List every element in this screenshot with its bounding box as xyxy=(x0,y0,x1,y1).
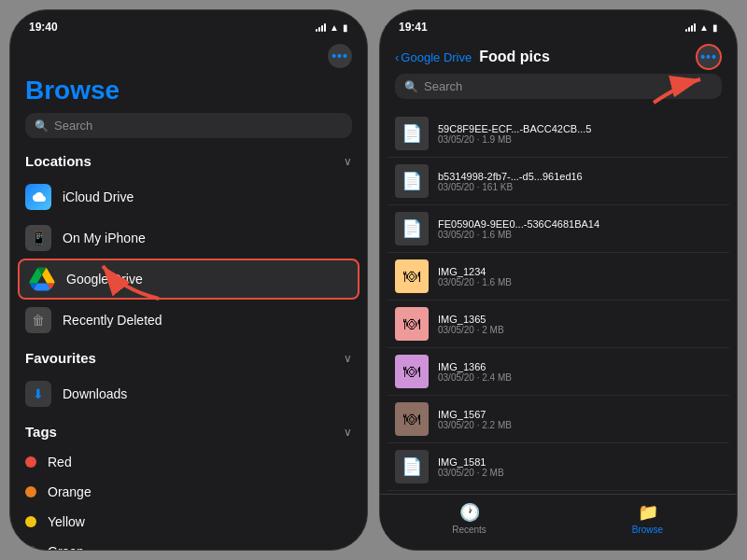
file-item[interactable]: 📄59C8F9EE-ECF...-BACC42CB...503/05/20 · … xyxy=(388,110,729,158)
tab-bar-2: 🕐 Recents 📁 Browse xyxy=(380,494,737,550)
phone-device-icon: 📱 xyxy=(25,225,51,251)
tag-yellow-dot xyxy=(25,516,36,527)
back-button[interactable]: ‹ Google Drive xyxy=(395,50,472,64)
file-thumbnail: 📄 xyxy=(395,117,429,150)
file-thumbnail: 🍽 xyxy=(395,307,429,341)
file-thumbnail: 📄 xyxy=(395,212,429,245)
tag-green-label: Green xyxy=(48,544,84,551)
file-doc-icon: 📄 xyxy=(402,171,422,191)
status-bar-1: 19:40 ▲ ▮ xyxy=(10,10,367,40)
status-time-1: 19:40 xyxy=(29,21,58,34)
nav-title: Food pics xyxy=(479,49,550,65)
phone1: 19:40 ▲ ▮ ••• Bro xyxy=(9,9,368,551)
file-name: IMG_1365 xyxy=(438,314,722,325)
status-icons-1: ▲ ▮ xyxy=(316,22,348,33)
tag-orange-dot xyxy=(25,486,36,497)
tag-orange-label: Orange xyxy=(48,484,92,499)
file-thumbnail: 🍽 xyxy=(395,259,429,293)
file-thumbnail: 🍽 xyxy=(395,355,429,388)
browse-icon-2: 📁 xyxy=(638,502,658,523)
tags-section-header: Tags ∨ xyxy=(10,420,367,443)
file-item[interactable]: 🍽IMG_156703/05/20 · 2.2 MB xyxy=(388,396,729,443)
tab-recents-2[interactable]: 🕐 Recents xyxy=(380,502,558,535)
file-thumbnail: 📄 xyxy=(395,164,429,198)
file-doc-icon: 📄 xyxy=(402,218,422,239)
file-thumbnail: 📄 xyxy=(395,450,429,483)
file-meta: 03/05/20 · 2 MB xyxy=(438,468,722,478)
locations-section-header: Locations ∨ xyxy=(10,149,367,173)
file-item[interactable]: 🍽IMG_136603/05/20 · 2.4 MB xyxy=(388,348,729,396)
tag-red-label: Red xyxy=(48,455,72,469)
file-meta: 03/05/20 · 2.4 MB xyxy=(438,372,722,383)
more-button-2[interactable]: ••• xyxy=(696,44,722,70)
file-name: FE0590A9-9EE0...-536C4681BA14 xyxy=(438,218,722,230)
phone2-nav: ‹ Google Drive Food pics ••• xyxy=(380,40,737,74)
signal-icon-2 xyxy=(685,22,696,32)
phone2: 19:41 ▲ ▮ ‹ Google Drive xyxy=(379,9,738,551)
file-info: IMG_136503/05/20 · 2 MB xyxy=(438,314,722,335)
search-placeholder-2: Search xyxy=(424,79,462,93)
phone-label: On My iPhone xyxy=(63,231,146,245)
list-item-tag-yellow[interactable]: Yellow xyxy=(10,507,367,537)
back-label: Google Drive xyxy=(401,50,472,64)
file-info: IMG_123403/05/20 · 1.6 MB xyxy=(438,266,722,287)
wifi-icon-2: ▲ xyxy=(699,22,709,33)
file-meta: 03/05/20 · 1.6 MB xyxy=(438,277,722,287)
more-button-1[interactable]: ••• xyxy=(328,44,352,68)
file-name: IMG_1366 xyxy=(438,361,722,372)
file-info: b5314998-2fb7-...-d5...961ed1603/05/20 ·… xyxy=(438,171,722,192)
gdrive-icon xyxy=(29,266,55,292)
file-meta: 03/05/20 · 2.2 MB xyxy=(438,420,722,430)
wifi-icon-1: ▲ xyxy=(330,22,339,33)
status-time-2: 19:41 xyxy=(399,21,428,34)
favourites-label: Favourites xyxy=(25,350,96,366)
signal-icon-1 xyxy=(316,22,326,32)
file-item[interactable]: 🍽IMG_123403/05/20 · 1.6 MB xyxy=(388,253,729,301)
list-item-tag-red[interactable]: Red xyxy=(10,447,367,477)
locations-label: Locations xyxy=(25,153,92,169)
file-meta: 03/05/20 · 161 KB xyxy=(438,182,722,192)
search-icon-1: 🔍 xyxy=(35,119,49,133)
file-info: IMG_158103/05/20 · 2 MB xyxy=(438,456,722,478)
trash-label: Recently Deleted xyxy=(63,313,162,328)
tags-chevron-icon: ∨ xyxy=(344,426,352,439)
battery-icon-2: ▮ xyxy=(712,22,718,33)
file-info: IMG_136603/05/20 · 2.4 MB xyxy=(438,361,722,383)
file-name: b5314998-2fb7-...-d5...961ed16 xyxy=(438,171,722,182)
file-name: IMG_1581 xyxy=(438,456,722,468)
file-info: IMG_156703/05/20 · 2.2 MB xyxy=(438,409,722,430)
downloads-label: Downloads xyxy=(63,386,127,401)
search-icon-2: 🔍 xyxy=(404,80,418,93)
list-item-trash[interactable]: 🗑 Recently Deleted xyxy=(10,300,367,341)
recents-label-2: Recents xyxy=(452,525,486,535)
list-item-tag-green[interactable]: Green xyxy=(10,537,367,551)
list-item-downloads[interactable]: ⬇ Downloads xyxy=(10,373,367,414)
file-item[interactable]: 🍽IMG_136503/05/20 · 2 MB xyxy=(388,301,729,348)
chevron-left-icon: ‹ xyxy=(395,50,399,64)
search-placeholder-1: Search xyxy=(54,119,92,133)
file-name: IMG_1567 xyxy=(438,409,722,420)
file-item[interactable]: 📄FE0590A9-9EE0...-536C4681BA1403/05/20 ·… xyxy=(388,205,729,253)
icloud-label: iCloud Drive xyxy=(63,189,134,204)
icloud-icon xyxy=(25,184,51,210)
file-item[interactable]: 📄IMG_158103/05/20 · 2 MB xyxy=(388,443,729,491)
tab-browse-2[interactable]: 📁 Browse xyxy=(558,502,737,535)
browse-label-2: Browse xyxy=(632,525,663,535)
list-item-tag-orange[interactable]: Orange xyxy=(10,477,367,507)
file-name: IMG_1234 xyxy=(438,266,722,277)
file-doc-icon: 📄 xyxy=(402,456,422,477)
list-item-gdrive[interactable]: Google Drive xyxy=(18,259,359,300)
file-info: 59C8F9EE-ECF...-BACC42CB...503/05/20 · 1… xyxy=(438,123,722,145)
recents-icon-2: 🕐 xyxy=(459,502,480,523)
search-bar-1[interactable]: 🔍 Search xyxy=(25,113,352,138)
tag-yellow-label: Yellow xyxy=(48,514,85,529)
locations-chevron-icon: ∨ xyxy=(344,155,352,168)
list-item-icloud[interactable]: iCloud Drive xyxy=(10,176,367,217)
favourites-chevron-icon: ∨ xyxy=(344,352,352,365)
list-item-phone[interactable]: 📱 On My iPhone xyxy=(10,217,367,259)
search-bar-2[interactable]: 🔍 Search xyxy=(395,74,722,99)
downloads-icon: ⬇ xyxy=(25,381,51,407)
file-meta: 03/05/20 · 2 MB xyxy=(438,325,722,335)
file-list: 📄59C8F9EE-ECF...-BACC42CB...503/05/20 · … xyxy=(380,110,737,494)
file-item[interactable]: 📄b5314998-2fb7-...-d5...961ed1603/05/20 … xyxy=(388,158,729,205)
